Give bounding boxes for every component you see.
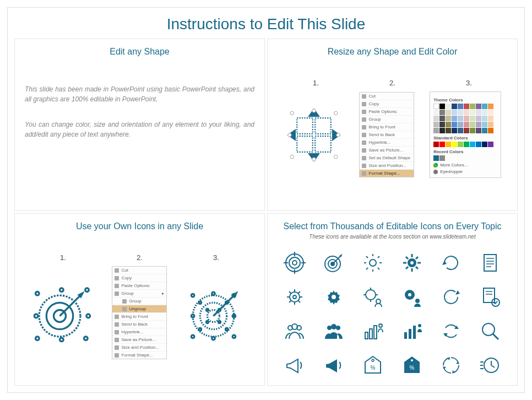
- step-number: 3.: [466, 79, 472, 87]
- menu-item-back: Send to Back: [112, 321, 166, 328]
- group-icon: [115, 291, 119, 296]
- svg-rect-2: [297, 136, 313, 152]
- main-title: Instructions to Edit This Slide: [8, 8, 524, 39]
- svg-point-79: [290, 292, 300, 302]
- svg-point-51: [289, 257, 300, 268]
- svg-line-87: [298, 291, 300, 294]
- svg-line-70: [416, 267, 418, 269]
- step-number: 2.: [389, 79, 395, 87]
- svg-point-41: [232, 335, 236, 338]
- target-arrow-icon: [186, 283, 247, 343]
- menu-item-default: Set as Default Shape: [360, 154, 414, 162]
- clock-speed-icon: [477, 354, 504, 376]
- svg-line-71: [416, 257, 418, 259]
- group-icon: [362, 117, 366, 122]
- target-arrow-icon: [32, 283, 93, 343]
- step-number: 2.: [137, 253, 143, 262]
- back-icon: [362, 133, 366, 137]
- panel-content-row: Cut Copy Paste Options: Group Bring to F…: [278, 91, 507, 178]
- svg-point-117: [418, 324, 421, 327]
- svg-line-86: [298, 301, 300, 303]
- panel-content-row: Cut Copy Paste Options: Group▸ Group Ung…: [25, 266, 254, 359]
- people-solid-icon: [320, 320, 347, 342]
- copy-icon: [115, 276, 119, 280]
- doc-check-icon: [477, 286, 504, 308]
- gear-filled-icon: [399, 252, 426, 274]
- svg-point-90: [366, 290, 376, 300]
- svg-point-45: [225, 328, 227, 330]
- paste-icon: [362, 110, 366, 114]
- menu-item-hyperlink: Hyperlink...: [360, 139, 414, 147]
- svg-point-50: [286, 254, 303, 272]
- svg-rect-114: [404, 332, 407, 339]
- svg-point-35: [212, 292, 215, 295]
- svg-point-62: [370, 260, 376, 266]
- svg-rect-115: [409, 329, 411, 339]
- gear-user-solid-icon: [399, 286, 426, 308]
- svg-point-49: [218, 321, 220, 323]
- svg-point-10: [334, 111, 338, 115]
- menu-item-cut: Cut: [112, 267, 166, 274]
- copy-icon: [362, 102, 366, 106]
- svg-point-24: [34, 314, 38, 318]
- menu-item-format-shape: Format Shape...: [360, 170, 414, 177]
- menu-item-paste: Paste Options:: [360, 108, 414, 116]
- svg-line-88: [289, 301, 291, 303]
- svg-point-37: [191, 314, 194, 317]
- dart-target-icon: [320, 252, 347, 274]
- paragraph: This slide has been made in PowerPoint u…: [25, 84, 254, 104]
- menu-item-back: Send to Back: [360, 131, 414, 139]
- svg-point-98: [415, 299, 420, 303]
- size-icon: [115, 345, 119, 350]
- svg-point-108: [336, 326, 340, 330]
- svg-point-12: [336, 133, 340, 137]
- svg-point-34: [191, 294, 194, 297]
- svg-point-113: [379, 324, 382, 327]
- panel-edit-shape: Edit any Shape This slide has been made …: [14, 39, 265, 211]
- menu-item-front: Bring to Front: [112, 313, 166, 321]
- panel-title: Select from Thousands of Editable Icons …: [278, 221, 507, 231]
- svg-point-15: [334, 155, 338, 159]
- svg-point-22: [60, 288, 64, 291]
- svg-rect-3: [315, 136, 331, 152]
- link-icon: [115, 330, 119, 334]
- svg-point-28: [84, 336, 88, 340]
- refresh-icon: [438, 252, 465, 274]
- back-icon: [115, 322, 119, 327]
- panel-icon-library: Select from Thousands of Editable Icons …: [267, 213, 518, 386]
- panel-subtitle: These icons are available at the Icons s…: [278, 234, 507, 240]
- eyedropper-link: Eyedropper: [433, 169, 497, 174]
- shape-preview-selected: [284, 105, 344, 165]
- front-icon: [115, 315, 119, 319]
- svg-line-19: [60, 293, 83, 316]
- svg-point-97: [408, 293, 411, 296]
- menu-item-savepic: Save as Picture...: [112, 336, 166, 344]
- svg-point-11: [288, 133, 292, 137]
- svg-point-9: [312, 109, 316, 112]
- cog-solid-icon: [320, 286, 347, 308]
- svg-point-44: [199, 328, 201, 330]
- more-colors-link: More Colors...: [433, 163, 497, 167]
- size-icon: [362, 164, 366, 168]
- cut-icon: [362, 94, 366, 99]
- svg-marker-99: [455, 290, 460, 295]
- svg-text:%: %: [410, 365, 415, 371]
- image-icon: [362, 148, 366, 153]
- svg-point-40: [212, 337, 215, 340]
- color-wheel-icon: [433, 163, 438, 167]
- svg-rect-110: [365, 332, 368, 339]
- svg-marker-73: [442, 261, 447, 265]
- gear-icon: [359, 252, 386, 274]
- magnifier-icon: [477, 320, 504, 342]
- svg-point-23: [85, 288, 89, 291]
- context-menu: Cut Copy Paste Options: Group▸ Group Ung…: [112, 266, 167, 359]
- percent-tag-solid-icon: %: [399, 354, 426, 376]
- eyedropper-icon: [433, 170, 438, 174]
- menu-item-format: Format Shape...: [112, 352, 166, 359]
- target-ungrouped: [186, 283, 247, 343]
- svg-text:%: %: [370, 365, 375, 371]
- target-preview-selected: [32, 283, 93, 343]
- svg-line-85: [289, 291, 291, 294]
- ungroup-icon: [122, 307, 127, 311]
- panel-body-text: This slide has been made in PowerPoint u…: [25, 84, 254, 139]
